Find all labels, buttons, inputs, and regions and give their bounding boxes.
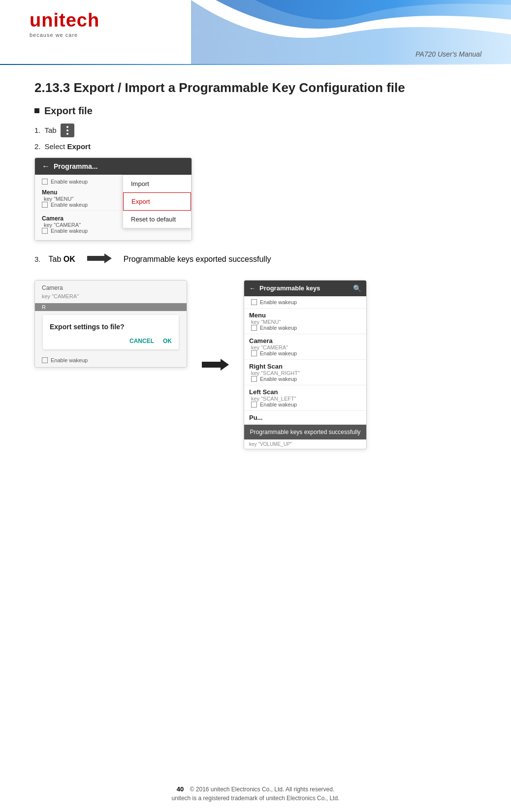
right-screenshot: ← Programmable keys 🔍 Enable wakeup Menu… <box>244 280 367 449</box>
menu-item-export[interactable]: Export <box>123 192 191 211</box>
checkbox-icon <box>42 179 48 185</box>
right-top-checkbox-row: Enable wakeup <box>244 296 366 309</box>
trademark-text: unitech is a registered trademark of uni… <box>172 795 340 802</box>
step-3-number: 3. <box>34 255 41 263</box>
logo-brand: unitech <box>30 10 99 31</box>
right-scan-key: key "SCAN_RIGHT" <box>249 370 361 376</box>
steps-list: 1. Tab 2. Select Export <box>34 124 477 151</box>
step-1-text: Tab <box>45 126 57 134</box>
checkbox-label-2: Enable wakeup <box>51 202 88 208</box>
ok-button[interactable]: OK <box>163 338 172 344</box>
step-2-text: Select Export <box>45 142 91 151</box>
dialog-checkbox-label: Enable wakeup <box>51 357 88 363</box>
menu-item-reset[interactable]: Reset to default <box>123 211 191 228</box>
logo-area: unitech because we care <box>30 10 99 38</box>
dropdown-body: Import Export Reset to default Enable wa… <box>35 175 192 240</box>
page-header: unitech because we care PA720 User's Man… <box>0 0 511 64</box>
step-1-number: 1. <box>34 126 41 134</box>
main-content: 2.13.3 Export / Import a Programmable Ke… <box>0 65 511 494</box>
dialog-screenshot: Camera key "CAMERA" R Export settings to… <box>34 280 187 368</box>
dialog-top-section: Camera <box>35 281 187 293</box>
right-header-left: ← Programmable keys <box>249 284 320 292</box>
dialog-bottom-checkbox: Enable wakeup <box>42 357 180 363</box>
right-checkbox-icon-1 <box>251 325 257 331</box>
dialog-camera-label: Camera <box>42 284 63 291</box>
right-menu-checkbox-label: Enable wakeup <box>260 325 297 331</box>
top-enable-wakeup-label: Enable wakeup <box>260 299 297 305</box>
step-1: 1. Tab <box>34 124 477 137</box>
right-partial-title: Pu... <box>249 414 361 421</box>
right-left-scan-checkbox-label: Enable wakeup <box>260 402 297 407</box>
step-2-number: 2. <box>34 142 41 151</box>
dialog-box: Export settings to file? CANCEL OK <box>43 315 179 349</box>
checkbox-icon-2 <box>42 202 48 208</box>
right-camera-checkbox-label: Enable wakeup <box>260 350 297 356</box>
page-number: 40 <box>177 785 184 793</box>
dialog-r-label: R <box>35 303 187 311</box>
right-menu-section: Menu key "MENU" Enable wakeup <box>244 309 366 334</box>
dialog-title: Export settings to file? <box>50 323 172 331</box>
dialog-camera-key: key "CAMERA" <box>35 293 187 303</box>
right-left-scan-title: Left Scan <box>249 388 361 396</box>
right-checkbox-icon-2 <box>251 350 257 356</box>
right-checkbox-icon-4 <box>251 402 257 407</box>
right-camera-title: Camera <box>249 337 361 344</box>
dialog-checkbox-icon <box>42 357 48 363</box>
three-dots-icon <box>61 124 74 137</box>
dropdown-header-title: Programma... <box>54 162 97 170</box>
copyright-text: © 2016 unitech Electronics Co., Ltd. All… <box>190 786 335 793</box>
right-screenshot-header: ← Programmable keys 🔍 <box>244 281 366 296</box>
right-camera-section: Camera key "CAMERA" Enable wakeup <box>244 334 366 360</box>
right-menu-title: Menu <box>249 312 361 319</box>
svg-marker-0 <box>87 253 112 263</box>
checkbox-row-3: Enable wakeup <box>42 228 185 234</box>
step-2: 2. Select Export <box>34 142 477 151</box>
bullet-icon <box>34 108 39 113</box>
step-3-text: Tab OK <box>49 255 75 264</box>
right-back-arrow-icon: ← <box>249 284 256 292</box>
right-checkbox-icon-0 <box>251 299 257 305</box>
right-header-title: Programmable keys <box>259 284 320 292</box>
right-scan-section: Right Scan key "SCAN_RIGHT" Enable wakeu… <box>244 360 366 385</box>
page-title: 2.13.3 Export / Import a Programmable Ke… <box>34 80 477 96</box>
step-3-suffix: Programmable keys exported successfully <box>124 255 271 264</box>
right-camera-key: key "CAMERA" <box>249 344 361 350</box>
right-scan-title: Right Scan <box>249 363 361 370</box>
toast-notification: Programmable keys exported successfully <box>244 425 366 439</box>
right-left-scan-key: key "SCAN_LEFT" <box>249 396 361 402</box>
subsection-label: Export file <box>44 105 93 117</box>
dialog-actions: CANCEL OK <box>50 338 172 344</box>
menu-item-import[interactable]: Import <box>123 175 191 192</box>
back-arrow-icon: ← <box>42 162 50 171</box>
logo-tagline: because we care <box>30 32 78 38</box>
svg-marker-1 <box>202 359 229 371</box>
right-camera-checkbox: Enable wakeup <box>249 350 361 356</box>
step-3-row: 3. Tab OK Programmable keys exported suc… <box>34 252 477 266</box>
manual-title: PA720 User's Manual <box>415 50 481 58</box>
subsection-export: Export file <box>34 105 477 117</box>
checkbox-icon-3 <box>42 228 48 234</box>
top-enable-wakeup: Enable wakeup <box>249 299 361 305</box>
right-left-scan-section: Left Scan key "SCAN_LEFT" Enable wakeup <box>244 385 366 411</box>
cancel-button[interactable]: CANCEL <box>129 338 154 344</box>
dropdown-menu-panel: Import Export Reset to default <box>123 175 192 228</box>
right-menu-key: key "MENU" <box>249 319 361 325</box>
page-footer: 40 © 2016 unitech Electronics Co., Ltd. … <box>0 784 511 802</box>
screenshots-row: Camera key "CAMERA" R Export settings to… <box>34 280 477 449</box>
arrow-icon <box>87 252 112 266</box>
dropdown-mockup: ← Programma... Import Export Reset to de… <box>34 157 192 241</box>
dropdown-header: ← Programma... <box>35 158 192 175</box>
checkbox-label-3: Enable wakeup <box>51 228 88 234</box>
right-left-scan-checkbox: Enable wakeup <box>249 402 361 407</box>
arrow-between-screenshots <box>202 358 229 372</box>
right-checkbox-icon-3 <box>251 376 257 382</box>
search-icon: 🔍 <box>353 284 361 292</box>
dialog-bottom: Enable wakeup <box>35 353 187 367</box>
checkbox-label-1: Enable wakeup <box>51 179 88 185</box>
right-partial-section: Pu... <box>244 411 366 425</box>
right-scan-checkbox: Enable wakeup <box>249 376 361 382</box>
right-scan-checkbox-label: Enable wakeup <box>260 376 297 382</box>
right-menu-checkbox: Enable wakeup <box>249 325 361 331</box>
right-bottom-label: key "VOLUME_UP" <box>244 439 366 449</box>
